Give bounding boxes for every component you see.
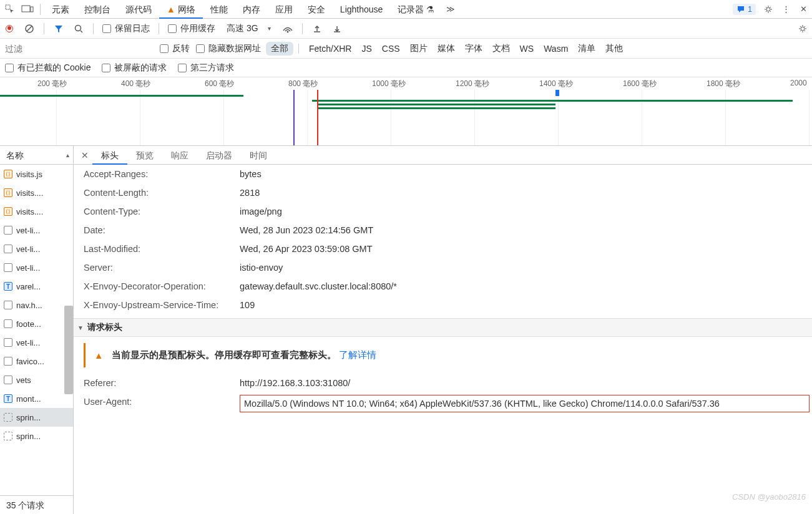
tab-application[interactable]: 应用	[268, 0, 300, 19]
blocked-requests-checkbox[interactable]: 被屏蔽的请求	[102, 62, 167, 74]
filter-toggle-icon[interactable]	[53, 23, 64, 34]
header-key: User-Agent:	[84, 395, 240, 412]
console-messages-badge[interactable]: 1	[733, 4, 756, 15]
tab-performance[interactable]: 性能	[203, 0, 235, 19]
tab-timing[interactable]: 时间	[241, 146, 276, 165]
tab-elements[interactable]: 元素	[44, 0, 77, 19]
learn-more-link[interactable]: 了解详情	[339, 350, 376, 360]
type-wasm[interactable]: Wasm	[539, 42, 573, 55]
request-count-footer: 35 个请求	[0, 495, 73, 514]
type-other[interactable]: 其他	[600, 42, 628, 56]
tab-memory[interactable]: 内存	[235, 0, 268, 19]
request-row[interactable]: foote...	[0, 314, 73, 333]
tab-network[interactable]: ▲网络	[159, 0, 203, 19]
timeline-tick: 1400 毫秒	[539, 79, 573, 89]
type-font[interactable]: 字体	[460, 42, 487, 56]
request-row[interactable]: vets	[0, 371, 73, 389]
request-row[interactable]: vet-li...	[0, 240, 73, 258]
file-type-icon	[4, 357, 12, 366]
disable-cache-checkbox[interactable]: 停用缓存	[168, 23, 215, 34]
upload-har-icon[interactable]	[311, 23, 323, 34]
tab-response[interactable]: 响应	[162, 146, 197, 165]
request-row[interactable]: visits....	[0, 183, 73, 202]
header-row: Accept-Ranges:bytes	[74, 165, 812, 183]
detail-body[interactable]: Accept-Ranges:bytesContent-Length:2818Co…	[74, 165, 812, 514]
request-name: varel...	[16, 282, 41, 291]
header-row: User-Agent:Mozilla/5.0 (Windows NT 10.0;…	[74, 392, 812, 415]
preserve-log-checkbox[interactable]: 保留日志	[102, 23, 150, 34]
type-doc[interactable]: 文档	[487, 42, 515, 56]
scrollbar-thumb[interactable]	[64, 306, 73, 394]
separator	[44, 23, 44, 34]
more-tabs-icon[interactable]: ≫	[442, 1, 459, 18]
inspect-icon[interactable]	[1, 1, 19, 18]
third-party-checkbox[interactable]: 第三方请求	[178, 62, 234, 74]
filter-input[interactable]	[0, 41, 160, 57]
timeline-bar	[318, 107, 555, 109]
svg-line-7	[81, 31, 82, 32]
tab-security[interactable]: 安全	[300, 0, 333, 19]
type-js[interactable]: JS	[356, 42, 376, 55]
hide-data-urls-checkbox[interactable]: 隐藏数据网址	[196, 43, 261, 54]
clear-button[interactable]	[24, 23, 35, 34]
kebab-menu-icon[interactable]: ⋮	[777, 1, 795, 18]
tab-recorder[interactable]: 记录器 ⚗	[390, 0, 442, 19]
header-value: gateway.default.svc.cluster.local:8080/*	[240, 279, 812, 293]
request-row[interactable]: favico...	[0, 352, 73, 371]
tab-console[interactable]: 控制台	[77, 0, 118, 19]
timeline-tick: 200 毫秒	[37, 79, 67, 89]
header-row: Server:istio-envoy	[74, 258, 812, 277]
request-row[interactable]: varel...	[0, 277, 73, 296]
blocked-cookies-checkbox[interactable]: 有已拦截的 Cookie	[5, 62, 90, 74]
request-row[interactable]: mont...	[0, 389, 73, 408]
request-row[interactable]: vet-li...	[0, 333, 73, 352]
request-row[interactable]: vet-li...	[0, 258, 73, 277]
invert-checkbox[interactable]: 反转	[160, 43, 190, 54]
tab-initiator[interactable]: 启动器	[197, 146, 241, 165]
header-value: image/png	[240, 205, 812, 218]
domcontentloaded-line	[293, 90, 295, 145]
network-settings-icon[interactable]	[797, 23, 808, 34]
header-value: Wed, 26 Apr 2023 03:59:08 GMT	[240, 242, 812, 256]
type-fetch[interactable]: Fetch/XHR	[304, 42, 356, 55]
tab-sources[interactable]: 源代码	[118, 0, 159, 19]
type-ws[interactable]: WS	[515, 42, 539, 55]
tab-preview[interactable]: 预览	[127, 146, 162, 165]
svg-rect-1	[22, 6, 30, 12]
type-media[interactable]: 媒体	[433, 42, 460, 56]
detail-tabs: ✕ 标头 预览 响应 启动器 时间	[74, 146, 812, 165]
close-detail-icon[interactable]: ✕	[77, 150, 92, 160]
throttle-select[interactable]: 高速 3G	[224, 22, 273, 36]
svg-point-9	[801, 27, 805, 31]
request-row[interactable]: visits.js	[0, 165, 73, 183]
tab-headers[interactable]: 标头	[92, 146, 127, 165]
search-icon[interactable]	[73, 23, 84, 34]
network-toolbar: 保留日志 停用缓存 高速 3G	[0, 19, 812, 39]
settings-icon[interactable]	[760, 1, 777, 18]
request-row[interactable]: sprin...	[0, 427, 73, 445]
request-row[interactable]: nav.h...	[0, 296, 73, 314]
close-devtools-icon[interactable]: ✕	[795, 1, 812, 18]
type-img[interactable]: 图片	[405, 42, 433, 56]
request-list-body[interactable]: visits.jsvisits....visits....vet-li...ve…	[0, 165, 73, 495]
request-row[interactable]: visits....	[0, 202, 73, 221]
timeline-tick: 600 毫秒	[205, 79, 234, 89]
network-timeline[interactable]: 200 毫秒400 毫秒600 毫秒800 毫秒1000 毫秒1200 毫秒14…	[0, 77, 812, 146]
request-row[interactable]: sprin...	[0, 408, 73, 427]
name-column-header[interactable]: 名称	[0, 146, 73, 165]
request-detail-pane: ✕ 标头 预览 响应 启动器 时间 Accept-Ranges:bytesCon…	[74, 146, 812, 514]
file-type-icon	[4, 301, 12, 309]
download-har-icon[interactable]	[331, 23, 343, 34]
request-row[interactable]: vet-li...	[0, 221, 73, 240]
type-all[interactable]: 全部	[266, 42, 293, 56]
device-toggle-icon[interactable]	[19, 1, 36, 18]
request-headers-section[interactable]: 请求标头	[74, 318, 812, 337]
record-button[interactable]	[4, 23, 15, 34]
tab-lighthouse[interactable]: Lighthouse	[333, 0, 391, 19]
type-css[interactable]: CSS	[377, 42, 405, 55]
header-row: Content-Type:image/png	[74, 202, 812, 221]
type-manifest[interactable]: 清单	[573, 42, 600, 56]
provisional-headers-warning: ▲ 当前显示的是预配标头。停用缓存即可查看完整标头。 了解详情	[84, 343, 802, 367]
network-conditions-icon[interactable]	[282, 23, 293, 34]
timeline-tick: 800 毫秒	[288, 79, 318, 89]
